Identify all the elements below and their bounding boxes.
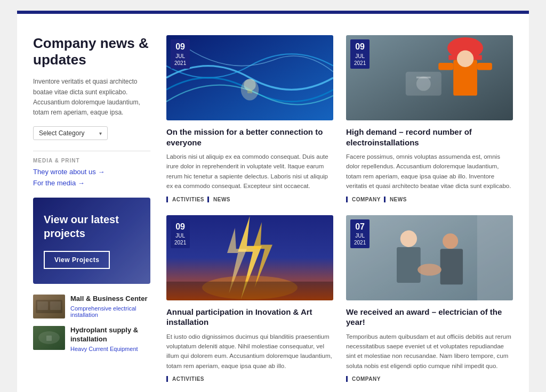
projects-list: Mall & Business Center Comprehensive ele… — [33, 295, 150, 352]
news-month-3: JUL — [174, 232, 186, 239]
news-card-title-3: Annual participation in Inovation & Art … — [166, 307, 333, 328]
news-date-badge-2: 09 JUL 2021 — [350, 39, 370, 69]
news-year-2: 2021 — [354, 60, 366, 67]
svg-rect-10 — [247, 89, 252, 93]
svg-rect-2 — [37, 301, 48, 310]
divider — [33, 151, 150, 151]
svg-point-9 — [244, 79, 255, 91]
news-day-1: 09 — [174, 42, 186, 53]
media-link-wrote[interactable]: They wrote about us → — [33, 168, 150, 176]
svg-point-15 — [457, 51, 473, 67]
category-select[interactable]: Select Category ▾ — [33, 126, 108, 140]
select-label: Select Category — [39, 129, 84, 137]
svg-rect-31 — [477, 215, 513, 300]
news-month-1: JUL — [174, 53, 186, 60]
project-info-1: Mall & Business Center Comprehensive ele… — [70, 295, 150, 318]
project-image-1 — [33, 295, 65, 318]
news-date-badge-4: 07 JUL 2021 — [350, 219, 370, 249]
news-card-desc-4: Temporibus autem quibusdam et aut offici… — [346, 332, 513, 371]
news-tag-4-0: COMPANY — [346, 376, 381, 382]
promo-text: View our latest projects — [44, 213, 140, 240]
news-tag-2-1: NEWS — [384, 197, 407, 202]
sidebar-description: Inventore veritatis et quasi architecto … — [33, 77, 150, 118]
project-image-2 — [33, 326, 65, 350]
news-tag-2-0: COMPANY — [346, 197, 381, 202]
project-title-1: Mall & Business Center — [70, 295, 150, 304]
news-card-4: 07 JUL 2021 We received an award – elect… — [346, 215, 513, 382]
promo-block: View our latest projects View Projects — [33, 198, 150, 284]
svg-rect-20 — [416, 77, 431, 78]
project-title-2: Hydroplant supply & installation — [70, 326, 150, 344]
news-tags-4: COMPANY — [346, 376, 513, 382]
main-layout: Company news & updates Inventore veritat… — [33, 35, 513, 382]
news-card-image-3: 09 JUL 2021 — [166, 215, 333, 300]
news-card-title-1: On the mission for a better connection t… — [166, 127, 333, 148]
news-tag-3-0: ACTIVITIES — [166, 376, 204, 382]
news-card-image-4: 07 JUL 2021 — [346, 215, 513, 300]
news-image-svg-3 — [166, 215, 333, 300]
project-item-1: Mall & Business Center Comprehensive ele… — [33, 295, 150, 318]
chevron-down-icon: ▾ — [99, 130, 102, 136]
media-link-for-media[interactable]: For the media → — [33, 179, 150, 187]
news-date-badge-1: 09 JUL 2021 — [171, 39, 190, 69]
svg-rect-17 — [477, 63, 492, 70]
project-item-2: Hydroplant supply & installation Heavy C… — [33, 326, 150, 352]
svg-point-19 — [416, 77, 431, 91]
project-subtitle-2: Heavy Current Equipment — [70, 346, 150, 352]
project-thumb-2 — [33, 326, 65, 350]
news-card-3: 09 JUL 2021 Annual participation in Inov… — [166, 215, 333, 382]
page-wrapper: Company news & updates Inventore veritat… — [17, 11, 529, 392]
content-area: 09 JUL 2021 On the mission for a better … — [166, 35, 513, 382]
svg-rect-6 — [46, 336, 52, 341]
view-projects-button[interactable]: View Projects — [44, 251, 110, 269]
project-info-2: Hydroplant supply & installation Heavy C… — [70, 326, 150, 352]
news-year-1: 2021 — [174, 60, 186, 67]
news-card-title-2: High demand – record number of electroin… — [346, 127, 513, 148]
news-card-desc-2: Facere possimus, omnis voluptas assumend… — [346, 152, 513, 191]
sidebar-title: Company news & updates — [33, 35, 150, 68]
svg-rect-23 — [166, 281, 333, 300]
news-grid: 09 JUL 2021 On the mission for a better … — [166, 35, 513, 382]
news-image-svg-4 — [346, 215, 513, 300]
news-tag-1-1: NEWS — [207, 197, 230, 202]
news-day-4: 07 — [354, 222, 366, 233]
news-tag-1-0: ACTIVITIES — [166, 197, 204, 202]
news-tags-2: COMPANY NEWS — [346, 197, 513, 202]
news-card-desc-1: Laboris nisi ut aliquip ex ea commodo co… — [166, 152, 333, 191]
news-card-title-4: We received an award – electrician of th… — [346, 307, 513, 328]
news-day-3: 09 — [174, 222, 186, 233]
news-card-image-1: 09 JUL 2021 — [166, 35, 333, 120]
news-day-2: 09 — [354, 42, 366, 53]
news-card-desc-3: Et iusto odio dignissimos ducimus qui bl… — [166, 332, 333, 371]
news-year-4: 2021 — [354, 239, 366, 246]
project-thumb-1 — [33, 295, 65, 318]
news-date-badge-3: 09 JUL 2021 — [171, 219, 190, 249]
news-month-2: JUL — [354, 53, 366, 60]
media-section-label: MEDIA & PRINT — [33, 158, 150, 164]
news-card-image-2: 09 JUL 2021 — [346, 35, 513, 120]
news-tags-1: ACTIVITIES NEWS — [166, 197, 333, 202]
news-year-3: 2021 — [174, 239, 186, 246]
sidebar: Company news & updates Inventore veritat… — [33, 35, 150, 382]
news-month-4: JUL — [354, 232, 366, 239]
news-image-svg-1 — [166, 35, 333, 120]
news-image-svg-2 — [346, 35, 513, 120]
news-tags-3: ACTIVITIES — [166, 376, 333, 382]
news-card-2: 09 JUL 2021 High demand – record number … — [346, 35, 513, 202]
project-subtitle-1: Comprehensive electrical installation — [70, 305, 150, 318]
svg-rect-3 — [50, 301, 61, 310]
news-card-1: 09 JUL 2021 On the mission for a better … — [166, 35, 333, 202]
svg-rect-16 — [438, 63, 453, 70]
